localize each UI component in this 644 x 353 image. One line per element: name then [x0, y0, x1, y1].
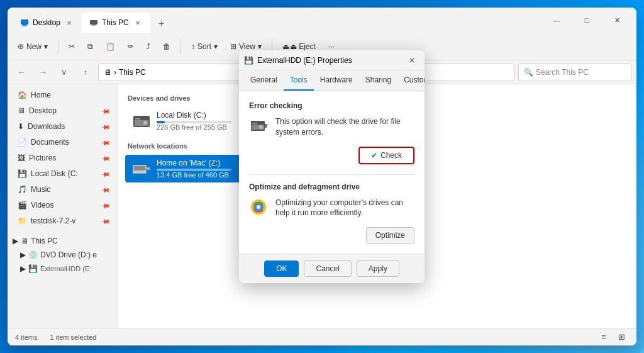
home-mac-space: 13.4 GB free of 460 GB [157, 171, 245, 179]
back-button[interactable]: ← [13, 64, 30, 81]
sort-icon: ↕ [191, 42, 195, 51]
localdisk-icon: 💾 [18, 169, 27, 178]
downloads-icon: ⬇ [18, 122, 24, 131]
local-c-name: Local Disk (C:) [157, 111, 245, 120]
desktop-tab-close[interactable]: ✕ [64, 18, 74, 28]
drive-item-home-mac[interactable]: Home on 'Mac' (Z:) 13.4 GB free of 460 G… [125, 155, 251, 182]
sidebar-item-testdisk[interactable]: 📁 testdisk-7.2-v 📌 [10, 213, 114, 228]
close-button[interactable]: ✕ [602, 11, 631, 29]
delete-icon: 🗑 [163, 42, 170, 51]
sort-button[interactable]: ↕ Sort ▾ [186, 39, 223, 54]
view-icon: ⊞ [230, 42, 236, 51]
window-controls: — □ ✕ [542, 11, 631, 29]
svg-point-23 [259, 125, 263, 129]
check-button[interactable]: ✔ Check [358, 147, 414, 164]
share-icon: ⤴ [147, 42, 150, 51]
error-section-title: Error checking [249, 101, 414, 110]
title-bar: Desktop ✕ This PC ✕ + — □ ✕ [8, 8, 636, 33]
cut-button[interactable]: ✂ [64, 39, 80, 54]
rename-icon: ✏ [128, 42, 134, 51]
dialog-title: ExternalHDD (E:) Properties [257, 56, 401, 65]
search-box[interactable]: 🔍 Search This PC [518, 64, 631, 81]
sidebar-item-videos[interactable]: 🎬 Videos 📌 [10, 198, 114, 213]
delete-button[interactable]: 🗑 [158, 39, 175, 54]
new-button[interactable]: ⊕ New ▾ [13, 39, 53, 54]
error-check-row: This option will check the drive for fil… [249, 116, 414, 138]
recent-button[interactable]: ∨ [55, 64, 73, 81]
sidebar-group-thispc[interactable]: ▶ 🖥 This PC [8, 234, 117, 248]
sidebar-item-desktop[interactable]: 🖥 Desktop 📌 [10, 103, 114, 118]
sidebar-group-extrahdd[interactable]: ▶ 💾 ExternalHDD (E: [8, 262, 117, 276]
new-chevron-icon: ▾ [44, 42, 48, 51]
drive-item-local-c[interactable]: Local Disk (C:) 226 GB free of 255 GB [125, 107, 251, 135]
sidebar-item-pictures[interactable]: 🖼 Pictures 📌 [10, 150, 114, 165]
pin-icon-localdisk: 📌 [101, 169, 111, 179]
extrahdd-icon: 💾 [28, 264, 38, 273]
ok-button[interactable]: OK [264, 261, 299, 277]
share-button[interactable]: ⤴ [142, 39, 155, 54]
sidebar-item-home[interactable]: 🏠 Home [10, 87, 114, 103]
svg-rect-17 [134, 166, 145, 171]
copy-icon: ⧉ [87, 42, 93, 51]
dialog-footer: OK Cancel Apply [239, 254, 425, 283]
thispc-tab-icon [89, 18, 98, 27]
pin-icon-music: 📌 [101, 184, 111, 194]
svg-rect-3 [90, 20, 97, 25]
optimize-icon [249, 198, 269, 218]
thispc-tab-close[interactable]: ✕ [133, 18, 143, 28]
dialog-titlebar: 💾 ExternalHDD (E:) Properties ✕ [239, 50, 425, 70]
maximize-button[interactable]: □ [572, 11, 601, 29]
sidebar-item-documents[interactable]: 📄 Documents 📌 [10, 135, 114, 150]
selected-count: 1 item selected [50, 333, 96, 341]
tab-thispc[interactable]: This PC ✕ [82, 13, 150, 33]
pin-icon: 📌 [101, 106, 111, 116]
error-check-icon [249, 116, 269, 137]
paste-button[interactable]: 📋 [101, 39, 120, 54]
dialog-drive-icon: 💾 [244, 56, 253, 65]
search-placeholder: Search This PC [536, 68, 589, 77]
status-bar: 4 items 1 item selected ≡ ⊞ [8, 328, 636, 345]
local-c-info: Local Disk (C:) 226 GB free of 255 GB [157, 111, 245, 131]
tab-tools[interactable]: Tools [284, 70, 314, 91]
svg-rect-5 [92, 25, 96, 26]
grid-view-button[interactable]: ⊞ [614, 331, 629, 344]
sidebar-group-dvd[interactable]: ▶ 💿 DVD Drive (D:) e [8, 248, 117, 262]
rename-button[interactable]: ✏ [123, 39, 139, 54]
pin-icon-testdisk: 📌 [101, 216, 111, 226]
minimize-button[interactable]: — [542, 11, 571, 29]
optimize-section-title: Optimize and defragment drive [249, 182, 414, 191]
local-disk-icon [131, 111, 152, 131]
optimize-btn-wrapper: Optimize [249, 227, 414, 244]
list-view-button[interactable]: ≡ [596, 331, 611, 344]
optimize-button[interactable]: Optimize [366, 227, 414, 244]
svg-rect-24 [252, 123, 257, 124]
tab-general[interactable]: General [244, 70, 284, 91]
dialog-close-button[interactable]: ✕ [404, 53, 419, 67]
sidebar-item-localdisk[interactable]: 💾 Local Disk (C: 📌 [10, 166, 114, 181]
sidebar-item-downloads[interactable]: ⬇ Downloads 📌 [10, 119, 114, 134]
tab-customize[interactable]: Customize [397, 70, 425, 91]
check-icon: ✔ [371, 151, 377, 160]
up-button[interactable]: ↑ [77, 64, 94, 81]
apply-button[interactable]: Apply [357, 261, 399, 277]
tab-hardware[interactable]: Hardware [314, 70, 359, 91]
divider [249, 174, 414, 175]
thispc-tab-label: This PC [102, 18, 129, 27]
tab-desktop[interactable]: Desktop ✕ [13, 13, 82, 33]
svg-rect-2 [22, 26, 27, 26]
forward-button[interactable]: → [34, 64, 52, 81]
sidebar: 🏠 Home 🖥 Desktop 📌 ⬇ Downloads 📌 📄 Docum… [8, 84, 118, 328]
copy-button[interactable]: ⧉ [82, 39, 98, 54]
dialog-content: Error checking This option will check th… [239, 91, 425, 254]
svg-point-9 [143, 121, 147, 125]
tab-sharing[interactable]: Sharing [359, 70, 397, 91]
more-icon: ··· [328, 42, 335, 51]
add-tab-button[interactable]: + [153, 15, 170, 33]
items-count: 4 items [15, 333, 37, 341]
optimize-row: Optimizing your computer's drives can he… [249, 198, 414, 219]
cancel-button[interactable]: Cancel [304, 261, 351, 277]
search-icon: 🔍 [524, 68, 533, 77]
sidebar-item-music[interactable]: 🎵 Music 📌 [10, 182, 114, 197]
videos-icon: 🎬 [18, 201, 27, 210]
dvd-expand-icon: ▶ [20, 250, 26, 259]
